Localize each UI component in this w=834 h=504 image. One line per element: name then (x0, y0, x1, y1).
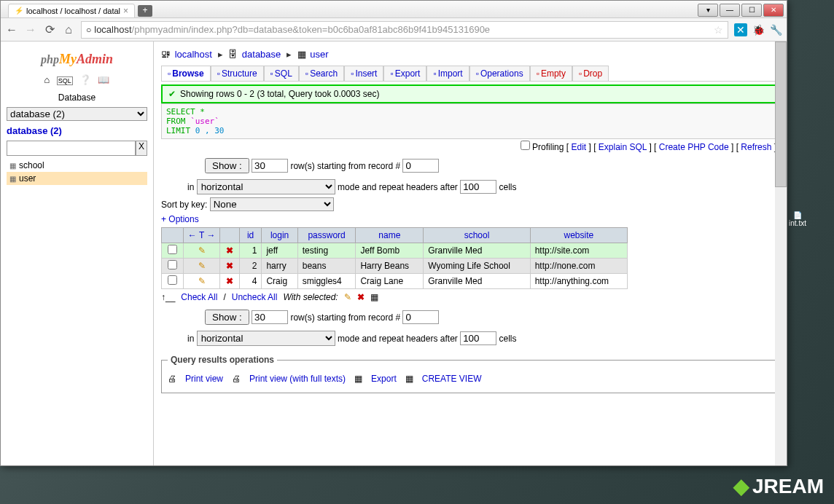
tab-search[interactable]: ▫Search (299, 66, 344, 81)
sql-actions: Profiling [ Edit ] [ Explain SQL ] [ Cre… (161, 139, 779, 154)
database-select[interactable]: database (2) (7, 107, 147, 121)
start-record-input[interactable] (402, 159, 439, 173)
table-icon: ▦ (9, 175, 16, 183)
forward-button[interactable]: → (24, 23, 37, 36)
close-button[interactable]: ✕ (763, 4, 784, 17)
delete-row-icon[interactable]: ✖ (226, 276, 233, 286)
tab-structure[interactable]: ▫Structure (211, 66, 264, 81)
export-selected-icon[interactable]: ▦ (370, 292, 378, 302)
show-button-2[interactable]: Show : (205, 310, 249, 325)
desktop-file-icon[interactable]: 📄int.txt (783, 211, 812, 227)
table-filter-input[interactable] (7, 141, 136, 156)
mode-select[interactable]: horizontal (197, 179, 335, 194)
row-checkbox[interactable] (168, 275, 177, 285)
reload-button[interactable]: ⟳ (43, 23, 56, 36)
tab-insert[interactable]: ▫Insert (344, 66, 383, 81)
tab-icon: ▫ (390, 68, 393, 79)
col-password[interactable]: password (297, 228, 356, 243)
tab-icon: ▫ (351, 68, 354, 79)
tab-close-icon[interactable]: × (123, 6, 128, 16)
database-link[interactable]: database (2) (7, 121, 147, 138)
start-record-input-2[interactable] (402, 310, 439, 324)
main-tabs: ▫Browse▫Structure▫SQL▫Search▫Insert▫Expo… (161, 66, 779, 82)
sidebar-table-user[interactable]: ▦ user (7, 172, 147, 185)
minimize-button[interactable]: — (720, 4, 740, 17)
table-icon: ▦ (9, 162, 16, 170)
bookmark-icon[interactable]: ☆ (714, 24, 723, 36)
show-button[interactable]: Show : (205, 158, 249, 173)
tab-export[interactable]: ▫Export (383, 66, 426, 81)
php-link[interactable]: Create PHP Code (659, 142, 729, 152)
sort-key-select[interactable]: None (210, 197, 334, 211)
edit-row-icon[interactable]: ✎ (198, 245, 206, 256)
dropdown-button[interactable]: ▾ (698, 4, 718, 17)
db-icon: 🗄 (228, 49, 238, 60)
options-link[interactable]: + Options (161, 213, 199, 226)
sidebar-table-school[interactable]: ▦ school (7, 159, 147, 172)
titlebar: ⚡ localhost / localhost / datal × + ▾ — … (1, 1, 787, 18)
docs-icon[interactable]: 📖 (98, 74, 109, 85)
row-checkbox[interactable] (168, 245, 177, 254)
col-website[interactable]: website (530, 228, 627, 243)
tab-sql[interactable]: ▫SQL (264, 66, 299, 81)
tab-icon: ▫ (168, 68, 171, 79)
show-rows-input[interactable] (252, 159, 288, 173)
refresh-link[interactable]: Refresh (741, 142, 771, 152)
edit-selected-icon[interactable]: ✎ (344, 292, 351, 302)
col-login[interactable]: login (262, 228, 297, 243)
print-icon: 🖨 (168, 374, 176, 384)
tab-drop[interactable]: ▫Drop (572, 66, 609, 81)
main-panel: 🖳 localhost ▸ 🗄 database ▸ ▦ user ▫Brows… (154, 42, 787, 465)
new-tab-button[interactable]: + (138, 5, 152, 17)
maximize-button[interactable]: ☐ (741, 4, 762, 17)
edit-row-icon[interactable]: ✎ (198, 276, 206, 286)
print-view-link[interactable]: Print view (185, 374, 223, 384)
repeat-input-2[interactable] (460, 331, 496, 345)
export-link[interactable]: Export (371, 374, 397, 384)
uncheck-all-link[interactable]: Uncheck All (232, 292, 278, 302)
repeat-input[interactable] (460, 180, 496, 194)
wrench-icon[interactable]: 🔧 (769, 23, 782, 36)
check-icon: ✔ (168, 89, 176, 99)
delete-row-icon[interactable]: ✖ (226, 245, 233, 256)
show-rows-input-2[interactable] (252, 310, 288, 324)
data-table: ← T → idloginpasswordnameschoolwebsite ✎… (161, 227, 628, 289)
home-icon[interactable]: ⌂ (44, 74, 50, 85)
clear-filter-button[interactable]: X (136, 141, 147, 156)
create-view-link[interactable]: CREATE VIEW (422, 374, 482, 384)
back-button[interactable]: ← (5, 23, 18, 36)
bc-table[interactable]: user (310, 49, 328, 60)
col-school[interactable]: school (424, 228, 530, 243)
explain-link[interactable]: Explain SQL (599, 142, 647, 152)
delete-selected-icon[interactable]: ✖ (357, 292, 365, 302)
tab-operations[interactable]: ▫Operations (469, 66, 530, 81)
print-full-icon: 🖨 (232, 374, 241, 384)
tab-browse[interactable]: ▫Browse (161, 66, 211, 81)
print-view-full-link[interactable]: Print view (with full texts) (249, 374, 346, 384)
edit-row-icon[interactable]: ✎ (198, 261, 206, 271)
tab-import[interactable]: ▫Import (426, 66, 469, 81)
bc-database[interactable]: database (242, 49, 281, 60)
mode-select-2[interactable]: horizontal (197, 331, 335, 346)
edit-link[interactable]: Edit (571, 142, 586, 152)
jream-logo: ◆JREAM (733, 474, 824, 498)
row-checkbox[interactable] (168, 260, 177, 269)
delete-row-icon[interactable]: ✖ (226, 261, 233, 271)
help-icon[interactable]: ❔ (79, 74, 91, 85)
browser-tab[interactable]: ⚡ localhost / localhost / datal × (8, 4, 135, 18)
table-row: ✎✖4Craigsmiggles4Craig LaneGranville Med… (162, 274, 628, 289)
col-id[interactable]: id (239, 228, 262, 243)
tab-empty[interactable]: ▫Empty (530, 66, 572, 81)
home-button[interactable]: ⌂ (62, 23, 75, 36)
extension-icon-2[interactable]: 🐞 (752, 23, 765, 36)
profiling-checkbox[interactable] (521, 141, 530, 150)
col-name[interactable]: name (356, 228, 424, 243)
extension-icon-1[interactable]: ✕ (734, 23, 747, 36)
bc-server[interactable]: localhost (175, 49, 212, 60)
sql-query-box: SELECT * FROM `user` LIMIT 0 , 30 (161, 103, 779, 139)
scrollbar[interactable] (775, 42, 787, 465)
sql-icon[interactable]: SQL (57, 76, 73, 85)
url-bar[interactable]: ○ localhost/phpmyadmin/index.php?db=data… (81, 21, 728, 39)
arrow-up-icon: ↑__ (161, 292, 175, 302)
check-all-link[interactable]: Check All (181, 292, 217, 302)
